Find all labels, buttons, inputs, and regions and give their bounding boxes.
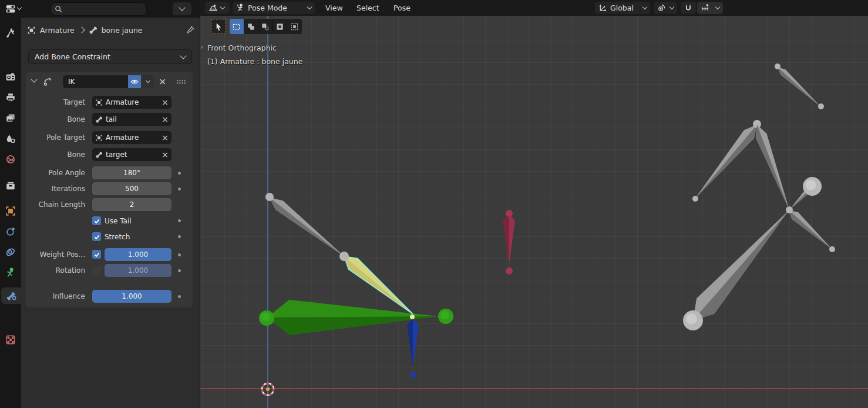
region-toggle-chevron[interactable]: › xyxy=(200,42,203,51)
target-label: Target xyxy=(26,96,85,109)
search-input[interactable] xyxy=(62,5,134,14)
pose-bone-gray-stub[interactable] xyxy=(790,177,822,209)
chevron-down-icon xyxy=(307,4,312,9)
clear-pole-target-button[interactable]: × xyxy=(162,133,169,142)
select-mode-intersect-button[interactable] xyxy=(287,19,302,34)
panel-expand-icon[interactable] xyxy=(31,76,37,82)
mode-label: Pose Mode xyxy=(248,4,287,12)
tab-physics[interactable] xyxy=(0,224,21,239)
use-tail-checkbox[interactable] xyxy=(92,216,101,225)
view-layer-icon xyxy=(5,113,16,123)
active-tool-tweak-button[interactable] xyxy=(211,19,226,34)
pose-bone-gray-small-top[interactable] xyxy=(775,63,824,109)
clear-target-button[interactable]: × xyxy=(162,98,169,106)
influence-slider[interactable]: 1.000 xyxy=(92,290,171,303)
viewport-editor-type-button[interactable] xyxy=(205,2,230,14)
rotation-slider[interactable]: 1.000 xyxy=(105,264,171,277)
pose-bone-green-bone-target[interactable] xyxy=(259,300,453,335)
viewport-3d[interactable]: Pose Mode View Select Pose Global xyxy=(200,0,868,408)
constraint-delete-button[interactable]: × xyxy=(159,77,166,86)
tab-render[interactable] xyxy=(0,69,21,85)
decorator-dot[interactable] xyxy=(178,295,181,298)
decorator-dot[interactable] xyxy=(178,253,181,256)
target-field[interactable]: Armature × xyxy=(92,96,171,109)
editor-type-button[interactable] xyxy=(5,3,21,15)
pose-bone-gray-chain-upper[interactable] xyxy=(265,193,349,261)
header-options-button[interactable] xyxy=(173,2,191,15)
decorator-dot[interactable] xyxy=(178,235,181,238)
ik-constraint-panel: IK × Target xyxy=(26,72,193,307)
magnet-icon xyxy=(684,4,692,12)
select-mode-extend-button[interactable] xyxy=(244,19,259,34)
menu-view[interactable]: View xyxy=(321,0,348,16)
eye-icon xyxy=(130,78,139,86)
pivot-point-dropdown[interactable] xyxy=(654,2,677,14)
tab-object-data[interactable] xyxy=(0,265,21,280)
select-extend-icon xyxy=(247,22,255,31)
rotation-value: 1.000 xyxy=(128,266,148,275)
bone-icon xyxy=(89,26,97,35)
weight-position-slider[interactable]: 1.000 xyxy=(105,248,171,261)
tab-object[interactable] xyxy=(0,203,21,219)
menu-select[interactable]: Select xyxy=(352,0,384,16)
object-icon xyxy=(95,134,103,142)
rotation-label: Rotation xyxy=(26,264,85,277)
tab-output[interactable] xyxy=(0,90,21,105)
bone-field[interactable]: tail × xyxy=(92,113,171,126)
select-mode-set-button[interactable] xyxy=(230,19,244,34)
iterations-row: Iterations 500 xyxy=(26,182,193,195)
snap-target-dropdown[interactable] xyxy=(697,2,723,14)
tab-bone-constraint[interactable] xyxy=(1,287,21,304)
tab-view-layer[interactable] xyxy=(0,111,21,126)
constraint-drag-handle[interactable] xyxy=(176,79,186,84)
weight-position-checkbox[interactable] xyxy=(92,250,101,259)
decorator-dot[interactable] xyxy=(178,172,181,175)
pin-icon[interactable] xyxy=(186,25,195,35)
transform-orientation-dropdown[interactable]: Global xyxy=(595,2,650,14)
decorator-dot[interactable] xyxy=(178,188,181,190)
stretch-checkbox[interactable] xyxy=(92,232,101,241)
armature-data-icon xyxy=(5,267,16,278)
tab-tool[interactable] xyxy=(0,25,21,41)
decorator-dot[interactable] xyxy=(178,269,181,272)
breadcrumb-bone[interactable]: bone jaune xyxy=(102,26,143,35)
output-printer-icon xyxy=(5,92,16,103)
pose-bone-gray-large-lower[interactable] xyxy=(683,210,789,330)
select-mode-subtract-button[interactable] xyxy=(258,19,273,34)
constraint-enable-eye-button[interactable] xyxy=(128,75,141,88)
mode-dropdown[interactable]: Pose Mode xyxy=(233,2,315,14)
pivot-point-icon xyxy=(657,4,666,12)
constraint-name-field[interactable]: IK xyxy=(63,75,128,88)
pole-target-field[interactable]: Armature × xyxy=(92,131,171,144)
menu-pose[interactable]: Pose xyxy=(389,0,415,16)
chevron-down-icon xyxy=(145,78,150,83)
snap-toggle-button[interactable] xyxy=(681,2,696,14)
pose-bone-gray-branch-left[interactable] xyxy=(692,120,761,202)
decorator-dot[interactable] xyxy=(178,219,181,222)
pole-angle-slider[interactable]: 180° xyxy=(92,166,171,179)
tab-scene[interactable] xyxy=(0,131,21,146)
pole-bone-field[interactable]: target × xyxy=(92,148,171,161)
tab-collection[interactable] xyxy=(0,178,21,193)
add-bone-constraint-button[interactable]: Add Bone Constraint xyxy=(28,49,192,64)
tab-texture[interactable] xyxy=(0,332,21,347)
tab-world[interactable] xyxy=(0,152,21,167)
rotation-checkbox[interactable] xyxy=(92,266,101,275)
tab-object-constraints[interactable] xyxy=(0,245,21,260)
iterations-slider[interactable]: 500 xyxy=(92,182,171,195)
constraint-extras-dropdown-button[interactable] xyxy=(142,75,154,88)
breadcrumb-object[interactable]: Armature xyxy=(40,26,75,35)
clear-pole-bone-button[interactable]: × xyxy=(162,151,169,159)
pose-bone-gray-lower-right[interactable] xyxy=(786,206,835,252)
object-icon xyxy=(27,26,36,35)
pose-bone-red-bone[interactable] xyxy=(503,210,515,275)
texture-checker-icon xyxy=(5,335,16,345)
clear-bone-button[interactable]: × xyxy=(162,115,169,123)
weight-position-label: Weight Pos... xyxy=(26,248,85,261)
search-box[interactable] xyxy=(51,2,147,16)
pose-bone-blue-bone[interactable] xyxy=(407,319,419,378)
chain-length-slider[interactable]: 2 xyxy=(92,198,171,211)
select-mode-invert-button[interactable] xyxy=(273,19,288,34)
pose-bone-gray-branch-right[interactable] xyxy=(756,125,789,210)
pole-bone-row: Bone target × xyxy=(26,148,193,161)
